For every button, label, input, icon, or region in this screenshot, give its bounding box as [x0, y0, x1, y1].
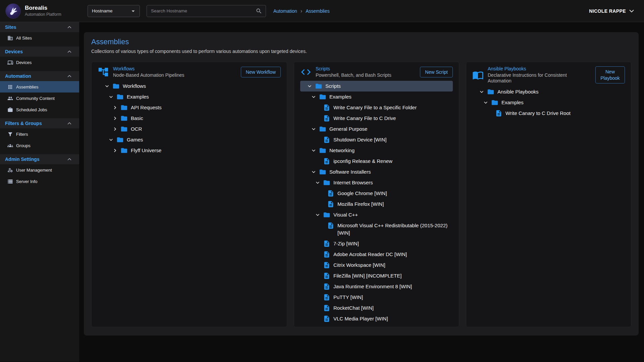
- tree-folder-row[interactable]: Basic: [98, 113, 281, 124]
- tree-folder-row[interactable]: API Requests: [98, 102, 281, 113]
- tree-item-label: Citrix Workspace [WIN]: [333, 261, 385, 269]
- file-icon: [495, 110, 502, 117]
- tree-folder-row[interactable]: Networking: [300, 145, 453, 156]
- sidebar-section-admin-settings[interactable]: Admin Settings: [0, 154, 79, 164]
- tree-file-row[interactable]: VLC Media Player [WIN]: [300, 313, 453, 324]
- tree-file-row[interactable]: RocketChat [WIN]: [300, 303, 453, 313]
- tree-folder-row[interactable]: Examples: [472, 97, 625, 108]
- tree-expander[interactable]: [309, 168, 318, 176]
- tree-file-row[interactable]: Write Canary to C Drive Root: [472, 108, 625, 119]
- sidebar-item-devices[interactable]: Devices: [0, 57, 79, 68]
- tree-file-row[interactable]: Adobe Acrobat Reader DC [WIN]: [300, 249, 453, 260]
- sidebar-item-groups[interactable]: Groups: [0, 140, 79, 151]
- tree-item-icon: [319, 93, 326, 101]
- tree-expander[interactable]: [110, 147, 120, 154]
- chevron-down-icon: [108, 136, 114, 143]
- tree-file-row[interactable]: Microsoft Visual C++ Redistributable (20…: [300, 220, 453, 238]
- tree-folder-row[interactable]: Scripts: [300, 81, 453, 92]
- tree-file-row[interactable]: Write Canary File to a Specific Folder: [300, 102, 453, 113]
- new-script-button[interactable]: New Script: [420, 67, 453, 77]
- chevron-down-icon: [310, 147, 317, 154]
- tree-expander: [313, 136, 322, 143]
- sidebar-section-sites[interactable]: Sites: [0, 22, 79, 32]
- card-title: Scripts: [316, 66, 391, 71]
- sidebar-item-scheduled-jobs[interactable]: Scheduled Jobs: [0, 104, 79, 115]
- brand-text: Borealis Automation Platform: [25, 5, 61, 17]
- sidebar-item-assemblies[interactable]: Assemblies: [0, 81, 79, 93]
- tree-item-icon: [323, 158, 330, 165]
- chevron-up-icon: [66, 73, 72, 79]
- sidebar-item-label: User Management: [16, 168, 52, 173]
- tree-expander[interactable]: [309, 93, 318, 101]
- tree-folder-row[interactable]: General Purpose: [300, 124, 453, 134]
- top-bar: Borealis Automation Platform Hostname Au…: [0, 0, 644, 22]
- tree-expander[interactable]: [106, 93, 116, 101]
- tree-expander[interactable]: [309, 147, 318, 154]
- tree-expander[interactable]: [481, 99, 490, 106]
- file-icon: [323, 294, 330, 301]
- assembly-cards: Workflows Node-Based Automation Pipeline…: [91, 62, 631, 327]
- breadcrumb-link-assemblies[interactable]: Assemblies: [306, 8, 330, 14]
- tree-item-icon: [323, 104, 330, 111]
- tree-file-row[interactable]: PuTTY [WIN]: [300, 292, 453, 303]
- search-input[interactable]: [151, 8, 256, 13]
- tree-file-row[interactable]: Write Canary File to C Drive: [300, 113, 453, 124]
- search-icon[interactable]: [256, 8, 262, 14]
- card-header: Ansible Playbooks Declarative Instructio…: [472, 66, 625, 84]
- tree-expander[interactable]: [477, 88, 486, 96]
- tree-folder-row[interactable]: Visual C++: [300, 209, 453, 220]
- tree-folder-row[interactable]: Examples: [98, 92, 281, 102]
- sidebar-section: Sites All Sites: [0, 22, 79, 44]
- tree-expander[interactable]: [313, 211, 322, 219]
- workflow-icon: [98, 66, 109, 78]
- user-menu[interactable]: NICOLE RAPPE: [589, 7, 635, 15]
- tree-expander[interactable]: [110, 125, 120, 133]
- tree-expander[interactable]: [110, 115, 120, 122]
- file-icon: [327, 222, 334, 229]
- sidebar-section-filters-groups[interactable]: Filters & Groups: [0, 118, 79, 128]
- tree-file-row[interactable]: FileZilla [WIN] [INCOMPLETE]: [300, 270, 453, 281]
- tree: Scripts Examples Write Canary File to a …: [300, 81, 453, 324]
- tree-item-icon: [120, 125, 128, 133]
- tree-expander[interactable]: [102, 82, 112, 90]
- new-playbook-button[interactable]: New Playbook: [595, 66, 625, 84]
- tree-file-row[interactable]: Shutdown Device [WIN]: [300, 134, 453, 145]
- new-workflow-button[interactable]: New Workflow: [241, 67, 281, 77]
- tree-file-row[interactable]: ipconfig Release & Renew: [300, 156, 453, 167]
- tree-folder-row[interactable]: OCR: [98, 124, 281, 134]
- tree-file-row[interactable]: Java Runtime Environment 8 [WIN]: [300, 281, 453, 292]
- tree-expander[interactable]: [309, 125, 318, 133]
- tree-expander[interactable]: [313, 179, 322, 186]
- tree-item-label: Adobe Acrobat Reader DC [WIN]: [333, 251, 407, 258]
- tree-expander[interactable]: [305, 82, 314, 90]
- tree-folder-row[interactable]: Flyff Universe: [98, 145, 281, 156]
- folder-icon: [120, 115, 128, 122]
- tree-folder-row[interactable]: Workflows: [98, 81, 281, 92]
- tree-file-row[interactable]: Mozilla Firefox [WIN]: [300, 199, 453, 209]
- hostname-select[interactable]: Hostname: [88, 5, 140, 17]
- tree-folder-row[interactable]: Examples: [300, 92, 453, 102]
- tree-folder-row[interactable]: Software Installers: [300, 167, 453, 177]
- brand[interactable]: Borealis Automation Platform: [0, 3, 65, 19]
- sidebar-item-community-content[interactable]: Community Content: [0, 93, 79, 104]
- sidebar-item-label: Community Content: [16, 96, 55, 101]
- sidebar-section-automation[interactable]: Automation: [0, 71, 79, 81]
- tree-folder-row[interactable]: Internet Browsers: [300, 177, 453, 188]
- sidebar-item-user-management[interactable]: User Management: [0, 164, 79, 176]
- tree-expander[interactable]: [110, 104, 120, 111]
- tree-file-row[interactable]: Google Chrome [WIN]: [300, 188, 453, 199]
- sidebar-item-filters[interactable]: Filters: [0, 128, 79, 140]
- tree-file-row[interactable]: Citrix Workspace [WIN]: [300, 260, 453, 270]
- breadcrumb-link-automation[interactable]: Automation: [273, 8, 297, 14]
- sidebar-item-server-info[interactable]: Server Info: [0, 176, 79, 187]
- tree-folder-row[interactable]: Games: [98, 134, 281, 145]
- sidebar-item-all-sites[interactable]: All Sites: [0, 32, 79, 44]
- sidebar: Sites All Sites Devices Devices Automati…: [0, 22, 79, 362]
- user-name: NICOLE RAPPE: [589, 8, 626, 14]
- tree: Workflows Examples API Requests Basic OC…: [98, 81, 281, 156]
- tree-folder-row[interactable]: Ansible Playbooks: [472, 86, 625, 97]
- tree-item-label: RocketChat [WIN]: [333, 304, 374, 312]
- tree-expander[interactable]: [106, 136, 116, 143]
- sidebar-section-devices[interactable]: Devices: [0, 47, 79, 57]
- tree-file-row[interactable]: 7-Zip [WIN]: [300, 238, 453, 249]
